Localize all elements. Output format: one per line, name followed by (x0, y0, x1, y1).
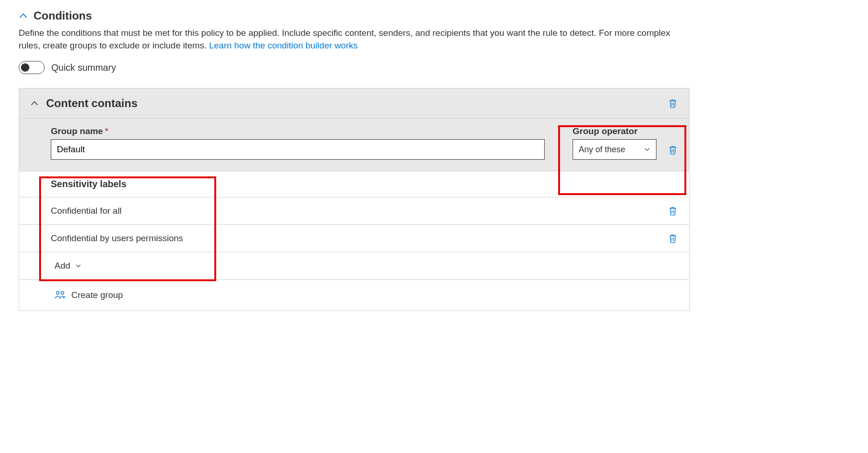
group-name-input[interactable] (51, 139, 545, 160)
trash-icon[interactable] (668, 145, 678, 155)
add-button[interactable]: Add (19, 252, 689, 280)
group-operator-label: Group operator (573, 126, 656, 136)
svg-point-0 (56, 291, 59, 294)
learn-link[interactable]: Learn how the condition builder works (209, 41, 358, 50)
create-group-button[interactable]: Create group (19, 280, 689, 311)
group-operator-value: Any of these (579, 145, 625, 155)
sensitivity-label-text: Confidential by users permissions (51, 233, 183, 243)
add-label: Add (55, 261, 70, 271)
sensitivity-labels-header: Sensitivity labels (19, 171, 689, 197)
trash-icon[interactable] (668, 98, 678, 108)
card-header: Content contains (19, 88, 689, 119)
people-add-icon (55, 291, 67, 300)
condition-card: Content contains Group name* Group opera… (19, 88, 690, 311)
group-name-label: Group name* (51, 126, 545, 136)
quick-summary-label: Quick summary (51, 62, 116, 73)
conditions-description: Define the conditions that must be met f… (19, 27, 685, 52)
group-operator-select[interactable]: Any of these (573, 139, 656, 160)
toggle-knob (21, 63, 29, 72)
trash-icon[interactable] (668, 233, 678, 243)
svg-point-1 (61, 291, 64, 294)
content-contains-title: Content contains (46, 97, 137, 110)
sensitivity-label-text: Confidential for all (51, 206, 122, 216)
chevron-up-icon[interactable] (19, 11, 28, 20)
group-config-row: Group name* Group operator Any of these (19, 119, 689, 171)
chevron-up-icon[interactable] (30, 99, 39, 108)
create-group-label: Create group (71, 290, 123, 300)
list-item: Confidential by users permissions (19, 225, 689, 252)
chevron-down-icon (75, 263, 82, 269)
list-item: Confidential for all (19, 197, 689, 225)
trash-icon[interactable] (668, 206, 678, 216)
conditions-title: Conditions (34, 9, 92, 22)
chevron-down-icon (644, 146, 650, 153)
quick-summary-toggle[interactable] (19, 61, 45, 74)
